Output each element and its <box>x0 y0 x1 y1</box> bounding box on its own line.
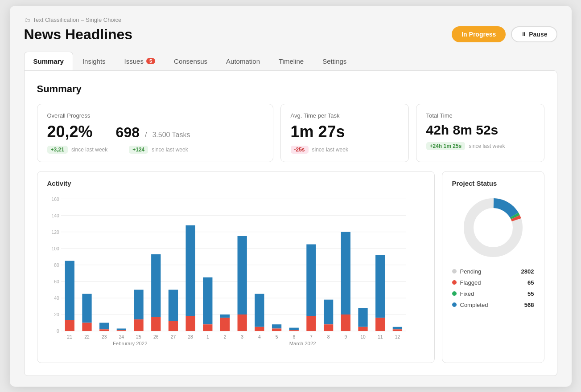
svg-text:23: 23 <box>101 334 107 339</box>
svg-rect-63 <box>323 299 333 324</box>
svg-rect-48 <box>237 236 247 314</box>
svg-text:10: 10 <box>360 334 366 339</box>
tab-settings[interactable]: Settings <box>313 52 356 70</box>
svg-rect-45 <box>220 314 229 318</box>
svg-text:22: 22 <box>84 334 90 339</box>
stats-row: Overall Progress 20,2% 698 / 3.500 Tasks… <box>37 104 544 162</box>
legend-label: Fixed <box>460 290 474 297</box>
svg-rect-18 <box>65 261 74 320</box>
svg-rect-73 <box>375 318 385 331</box>
overall-progress-footer: +3,21 since last week +124 since last we… <box>47 146 263 154</box>
svg-text:6: 6 <box>293 334 295 339</box>
pause-button[interactable]: ⏸ Pause <box>511 26 557 42</box>
legend-item-pending: Pending2802 <box>452 268 534 275</box>
total-time-label: Total Time <box>426 112 534 119</box>
svg-rect-40 <box>185 316 195 331</box>
legend-label: Pending <box>460 268 482 275</box>
svg-text:80: 80 <box>54 262 59 267</box>
total-time-value: 42h 8m 52s <box>426 122 499 138</box>
tab-summary[interactable]: Summary <box>24 52 73 70</box>
svg-rect-33 <box>151 254 161 317</box>
main-content: Summary Overall Progress 20,2% 698 / 3.5… <box>24 70 557 376</box>
svg-text:8: 8 <box>327 334 330 339</box>
overall-progress-main: 20,2% 698 / 3.500 Tasks <box>47 122 263 141</box>
tasks-total: 3.500 Tasks <box>152 131 190 139</box>
donut-svg <box>460 194 527 261</box>
svg-rect-75 <box>392 327 402 329</box>
progress-badge2: +124 <box>129 146 148 154</box>
legend-dot <box>452 302 457 307</box>
overall-progress-card: Overall Progress 20,2% 698 / 3.500 Tasks… <box>37 104 273 162</box>
svg-text:28: 28 <box>188 334 193 339</box>
tab-consensus[interactable]: Consensus <box>165 52 217 70</box>
legend-label: Completed <box>460 302 488 308</box>
progress-since1: since last week <box>71 147 107 153</box>
svg-rect-66 <box>341 232 350 314</box>
svg-rect-25 <box>99 329 109 331</box>
activity-card: Activity 0204060801001201401602122232425… <box>37 171 435 363</box>
legend-item-completed: Completed568 <box>452 302 534 308</box>
svg-text:140: 140 <box>51 213 59 218</box>
svg-rect-57 <box>289 327 298 330</box>
total-time-footer: +24h 1m 25s since last week <box>426 142 534 150</box>
project-status-card: Project Status Pending2802 <box>442 171 544 363</box>
svg-rect-42 <box>203 277 212 324</box>
svg-rect-52 <box>255 327 264 331</box>
page-title: News Headlines <box>24 26 133 43</box>
svg-text:60: 60 <box>54 279 59 284</box>
svg-text:11: 11 <box>377 334 383 339</box>
avg-time-since: since last week <box>312 147 348 153</box>
svg-rect-31 <box>134 319 143 331</box>
avg-time-main: 1m 27s <box>291 122 399 141</box>
header-row: News Headlines In Progress ⏸ Pause <box>24 26 557 43</box>
total-time-card: Total Time 42h 8m 52s +24h 1m 25s since … <box>416 104 544 162</box>
total-time-badge: +24h 1m 25s <box>426 142 466 150</box>
svg-rect-76 <box>392 329 402 331</box>
svg-rect-67 <box>341 314 350 331</box>
avg-time-value: 1m 27s <box>291 122 345 141</box>
legend-count: 2802 <box>521 268 534 275</box>
legend-count: 65 <box>527 279 534 286</box>
svg-text:3: 3 <box>241 334 243 339</box>
overall-progress-label: Overall Progress <box>47 112 263 119</box>
bottom-row: Activity 0204060801001201401602122232425… <box>37 171 544 363</box>
in-progress-button[interactable]: In Progress <box>452 26 506 42</box>
avg-time-card: Avg. Time per Task 1m 27s -25s since las… <box>280 104 409 162</box>
svg-rect-28 <box>116 330 126 331</box>
svg-text:24: 24 <box>119 334 124 339</box>
svg-rect-51 <box>255 294 264 327</box>
breadcrumb: 🗂 Text Classification – Single Choice <box>24 16 557 24</box>
avg-time-footer: -25s since last week <box>291 146 399 154</box>
tab-badge-issues: 5 <box>146 58 155 64</box>
donut-chart <box>452 194 534 261</box>
svg-text:12: 12 <box>395 334 400 339</box>
svg-rect-46 <box>220 318 229 331</box>
svg-text:27: 27 <box>170 334 176 339</box>
svg-text:0: 0 <box>57 329 59 334</box>
pause-icon: ⏸ <box>521 31 526 37</box>
tab-timeline[interactable]: Timeline <box>269 52 313 70</box>
avg-time-badge: -25s <box>291 146 309 154</box>
svg-text:9: 9 <box>344 334 347 339</box>
svg-rect-55 <box>272 328 281 331</box>
tab-automation[interactable]: Automation <box>217 52 269 70</box>
svg-text:2: 2 <box>223 334 226 339</box>
svg-rect-21 <box>82 294 91 323</box>
legend-item-fixed: Fixed55 <box>452 290 534 297</box>
avg-time-label: Avg. Time per Task <box>291 112 399 119</box>
folder-icon: 🗂 <box>24 16 30 24</box>
tasks-slash: / <box>145 131 147 139</box>
legend-item-flagged: Flagged65 <box>452 279 534 286</box>
tab-issues[interactable]: Issues5 <box>115 52 165 70</box>
legend-count: 568 <box>524 302 534 308</box>
tab-insights[interactable]: Insights <box>73 52 115 70</box>
svg-text:100: 100 <box>51 246 59 251</box>
legend-dot <box>452 269 457 274</box>
legend-dot <box>452 291 457 296</box>
svg-rect-34 <box>151 317 161 331</box>
svg-rect-54 <box>272 324 281 328</box>
svg-text:March 2022: March 2022 <box>289 340 316 346</box>
svg-rect-58 <box>289 330 298 331</box>
progress-badge1: +3,21 <box>47 146 68 154</box>
svg-rect-24 <box>99 323 109 329</box>
